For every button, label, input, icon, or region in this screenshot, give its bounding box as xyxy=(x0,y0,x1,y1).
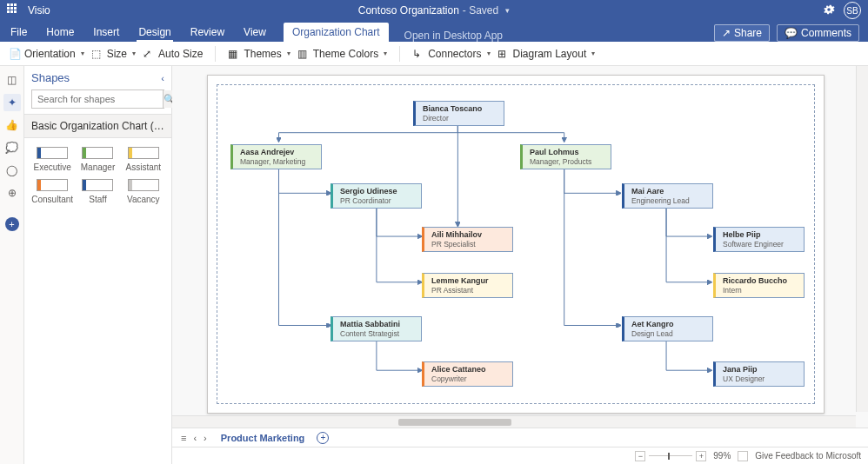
org-node[interactable]: Alice CattaneoCopywriter xyxy=(422,361,513,387)
shape-consultant[interactable]: Consultant xyxy=(31,179,73,204)
rail-item-4[interactable]: ⊕ xyxy=(3,184,21,202)
zoom-control: − + xyxy=(635,451,706,461)
themes-button[interactable]: ▦Themes▾ xyxy=(228,48,290,60)
rail-item-2[interactable]: 💭 xyxy=(3,139,21,156)
shape-search: 🔍 xyxy=(31,89,164,109)
tab-view[interactable]: View xyxy=(242,23,268,42)
sheet-nav-next[interactable]: › xyxy=(202,433,209,443)
tab-home[interactable]: Home xyxy=(44,23,76,42)
autosize-icon: ⤢ xyxy=(143,48,155,60)
stencil-rail: ◫ ✦ 👍 💭 ◯ ⊕ + xyxy=(0,66,24,464)
tab-orgchart[interactable]: Organization Chart xyxy=(284,23,389,42)
rail-item-1[interactable]: 👍 xyxy=(3,116,21,134)
stencil-title[interactable]: Basic Organization Chart (Lega... xyxy=(24,114,171,138)
org-node[interactable]: Helbe PiipSoftware Engineer xyxy=(713,227,805,252)
sheet-bar: ≡ ‹ › Product Marketing + xyxy=(172,428,868,447)
tab-file[interactable]: File xyxy=(9,23,29,42)
add-stencil-button[interactable]: + xyxy=(5,217,19,231)
share-button[interactable]: ↗Share xyxy=(714,24,770,42)
search-input[interactable] xyxy=(32,90,163,108)
shape-vacancy[interactable]: Vacancy xyxy=(123,179,164,204)
horizontal-scrollbar[interactable] xyxy=(172,415,856,428)
connectors-icon: ↳ xyxy=(412,48,424,60)
zoom-slider[interactable] xyxy=(649,455,692,456)
theme-colors-button[interactable]: ▥Theme Colors▾ xyxy=(297,48,387,60)
rail-item-basic[interactable]: ✦ xyxy=(3,94,21,111)
connectors-button[interactable]: ↳Connectors▾ xyxy=(412,48,490,60)
shape-staff[interactable]: Staff xyxy=(77,179,118,204)
chevron-down-icon: ▾ xyxy=(505,6,510,15)
fit-to-window-button[interactable] xyxy=(738,451,748,461)
drawing-page[interactable]: Bianca ToscanoDirectorAasa AndrejevManag… xyxy=(207,75,825,414)
ribbon-toolbar: 📄Orientation▾ ⬚Size▾ ⤢Auto Size ▦Themes▾… xyxy=(0,42,868,66)
collapse-panel-icon[interactable]: ‹ xyxy=(161,73,164,83)
avatar[interactable]: SB xyxy=(844,2,861,19)
chevron-down-icon: ▾ xyxy=(81,50,84,57)
org-node[interactable]: Lemme KangurPR Assistant xyxy=(422,273,513,298)
org-node[interactable]: Bianca ToscanoDirector xyxy=(413,101,504,126)
shape-assistant[interactable]: Assistant xyxy=(123,147,164,172)
size-icon: ⬚ xyxy=(91,48,103,60)
ribbon-tabs: File Home Insert Design Review View Orga… xyxy=(0,21,868,42)
zoom-level: 99% xyxy=(713,451,731,461)
vertical-scrollbar[interactable] xyxy=(856,66,868,412)
add-sheet-button[interactable]: + xyxy=(317,432,329,444)
document-title[interactable]: Contoso Organization - Saved ▾ xyxy=(358,4,510,17)
org-node[interactable]: Aet KangroDesign Lead xyxy=(622,316,713,341)
org-node[interactable]: Mattia SabbatiniContent Strategist xyxy=(331,316,422,341)
sheet-tab[interactable]: Product Marketing xyxy=(216,433,310,443)
org-node[interactable]: Riccardo BucchoIntern xyxy=(713,273,805,298)
tab-review[interactable]: Review xyxy=(189,23,226,42)
sheet-nav-prev[interactable]: ‹ xyxy=(191,433,198,443)
size-button[interactable]: ⬚Size▾ xyxy=(91,48,136,60)
tab-design[interactable]: Design xyxy=(137,23,172,42)
colors-icon: ▥ xyxy=(297,48,310,60)
canvas-area: Bianca ToscanoDirectorAasa AndrejevManag… xyxy=(172,66,868,464)
rail-item-orgchart[interactable]: ◫ xyxy=(3,71,21,89)
zoom-in-button[interactable]: + xyxy=(696,451,706,461)
doc-status: - Saved xyxy=(463,4,498,17)
org-node[interactable]: Aili MihhailovPR Specialist xyxy=(422,227,513,252)
comments-button[interactable]: 💬Comments xyxy=(777,24,859,42)
shapes-title: Shapes xyxy=(31,71,70,84)
gear-icon[interactable] xyxy=(823,3,835,18)
layout-icon: ⊞ xyxy=(497,48,510,60)
diagram-layout-button[interactable]: ⊞Diagram Layout▾ xyxy=(497,48,596,60)
org-node[interactable]: Jana PiipUX Designer xyxy=(713,361,805,387)
app-name: Visio xyxy=(28,4,50,17)
shape-manager[interactable]: Manager xyxy=(77,147,118,172)
zoom-out-button[interactable]: − xyxy=(635,451,645,461)
org-node[interactable]: Sergio UdinesePR Coordinator xyxy=(331,183,422,209)
shape-executive[interactable]: Executive xyxy=(31,147,73,172)
org-node[interactable]: Aasa AndrejevManager, Marketing xyxy=(230,144,322,169)
themes-icon: ▦ xyxy=(228,48,240,60)
doc-name: Contoso Organization xyxy=(358,4,459,17)
status-bar: − + 99% Give Feedback to Microsoft xyxy=(172,447,868,464)
app-launcher-icon[interactable] xyxy=(7,3,21,17)
sheet-nav-first[interactable]: ≡ xyxy=(179,433,188,443)
rail-item-3[interactable]: ◯ xyxy=(3,162,21,179)
orientation-button[interactable]: 📄Orientation▾ xyxy=(9,48,84,60)
org-node[interactable]: Paul LohmusManager, Products xyxy=(520,144,611,169)
shapes-panel: Shapes ‹ 🔍 Basic Organization Chart (Leg… xyxy=(24,66,172,464)
comment-icon: 💬 xyxy=(785,27,798,39)
feedback-link[interactable]: Give Feedback to Microsoft xyxy=(755,451,861,461)
orientation-icon: 📄 xyxy=(9,48,21,60)
org-node[interactable]: Mai AareEngineering Lead xyxy=(622,183,713,209)
share-icon: ↗ xyxy=(722,27,731,39)
open-in-desktop[interactable]: Open in Desktop App xyxy=(404,30,503,42)
tab-insert[interactable]: Insert xyxy=(91,23,121,42)
title-bar: Visio Contoso Organization - Saved ▾ SB xyxy=(0,0,868,21)
autosize-button[interactable]: ⤢Auto Size xyxy=(143,48,203,60)
